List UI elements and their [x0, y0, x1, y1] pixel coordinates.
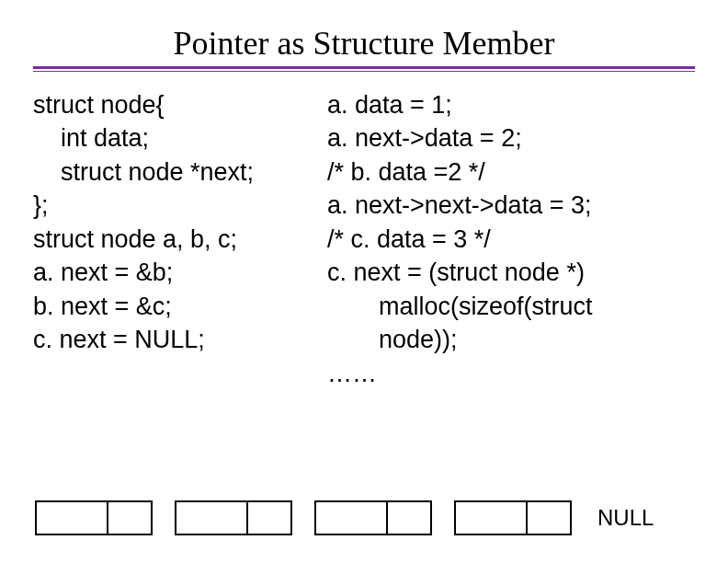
code-line: c. next = (struct node *) — [327, 256, 695, 289]
code-line: c. next = NULL; — [33, 323, 318, 356]
code-line: a. next = &b; — [33, 256, 318, 289]
node-data-box — [35, 500, 108, 535]
node-ptr-box — [108, 500, 153, 535]
left-column: struct node{ int data; struct node *next… — [33, 88, 318, 390]
code-line: /* b. data =2 */ — [327, 155, 695, 189]
null-label: NULL — [597, 505, 654, 531]
node-ptr-box — [248, 500, 292, 535]
node-extra — [454, 500, 572, 535]
node-a — [35, 500, 153, 535]
code-line: …… — [327, 357, 695, 390]
code-line: b. next = &c; — [33, 290, 318, 323]
node-c — [314, 500, 432, 535]
title-underline — [33, 66, 695, 72]
node-data-box — [314, 500, 388, 535]
code-line: int data; — [33, 121, 318, 155]
node-ptr-box — [388, 500, 432, 535]
right-column: a. data = 1; a. next->data = 2; /* b. da… — [327, 88, 695, 390]
node-data-box — [175, 500, 248, 535]
slide-container: Pointer as Structure Member struct node{… — [0, 0, 728, 563]
code-line: a. next->next->data = 3; — [327, 189, 695, 222]
page-title: Pointer as Structure Member — [33, 24, 695, 63]
code-line: a. next->data = 2; — [327, 121, 695, 155]
code-line: struct node{ — [33, 88, 318, 121]
code-line: a. data = 1; — [327, 88, 695, 121]
code-line: node)); — [327, 323, 695, 356]
content-columns: struct node{ int data; struct node *next… — [33, 88, 695, 390]
code-line: struct node a, b, c; — [33, 223, 318, 256]
code-line: malloc(sizeof(struct — [327, 290, 695, 323]
node-b — [175, 500, 292, 535]
code-line: struct node *next; — [33, 155, 318, 189]
node-data-box — [454, 500, 528, 535]
linked-list-diagram: NULL — [35, 500, 654, 535]
code-line: /* c. data = 3 */ — [327, 223, 695, 256]
node-ptr-box — [528, 500, 572, 535]
code-line: }; — [33, 189, 318, 222]
